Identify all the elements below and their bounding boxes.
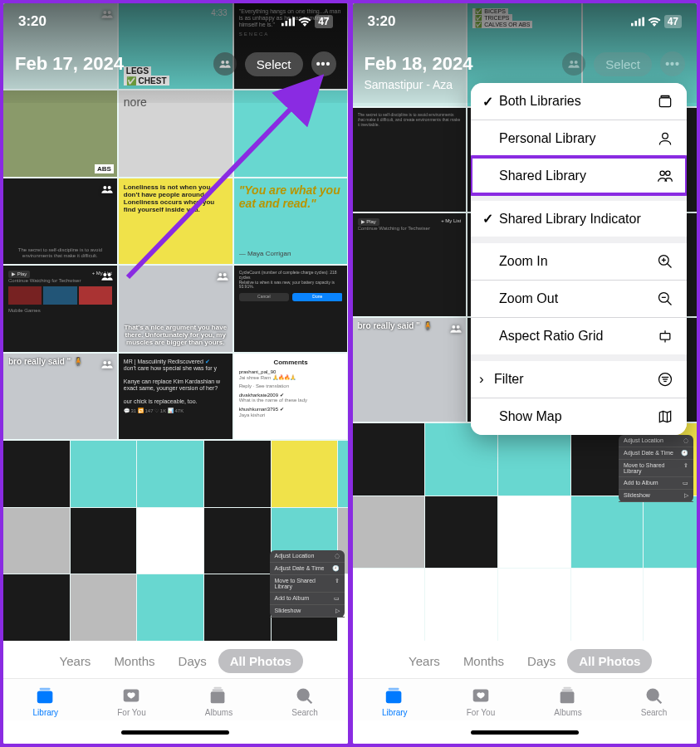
signal-icon <box>281 17 295 27</box>
more-button[interactable]: ••• <box>311 51 336 76</box>
svg-rect-43 <box>660 334 670 340</box>
svg-point-14 <box>223 273 226 276</box>
menu-aspect-ratio-grid[interactable]: Aspect Ratio Grid <box>471 317 687 354</box>
svg-rect-22 <box>214 687 222 689</box>
menu-show-map[interactable]: Show Map <box>471 398 687 435</box>
svg-point-60 <box>647 690 658 701</box>
map-icon <box>657 408 673 425</box>
status-bar: 3:20 47 <box>353 3 698 40</box>
svg-rect-28 <box>642 17 644 27</box>
library-icon <box>35 686 56 706</box>
segment-months[interactable]: Months <box>452 649 516 673</box>
svg-point-30 <box>575 61 578 64</box>
svg-rect-31 <box>659 98 670 107</box>
menu-shared-library[interactable]: Shared Library <box>471 157 687 194</box>
tab-library[interactable]: Library <box>382 686 408 717</box>
search-icon <box>294 686 316 706</box>
segment-control: Years Months Days All Photos <box>3 641 348 678</box>
menu-zoom-in[interactable]: Zoom In <box>471 243 687 280</box>
svg-point-10 <box>107 186 110 189</box>
header-location: Samastipur - Aza <box>365 78 453 91</box>
for-you-icon <box>470 686 492 706</box>
svg-rect-2 <box>289 18 291 26</box>
svg-rect-0 <box>281 23 284 27</box>
menu-personal-library[interactable]: Personal Library <box>471 120 687 157</box>
status-bar: 3:20 47 <box>3 3 348 40</box>
tab-library[interactable]: Library <box>33 686 59 717</box>
battery-level: 47 <box>315 15 332 28</box>
menu-shared-indicator-toggle[interactable]: ✓ Shared Library Indicator <box>471 201 687 237</box>
aspect-grid-icon <box>657 328 673 344</box>
status-time: 3:20 <box>18 13 47 30</box>
search-icon <box>644 686 665 706</box>
segment-days[interactable]: Days <box>167 649 218 673</box>
person-icon <box>657 130 673 147</box>
segment-years[interactable]: Years <box>48 649 103 673</box>
svg-rect-59 <box>563 687 570 689</box>
library-header: Feb 18, 2024 Select ••• <box>353 51 698 76</box>
segment-control: Years Months Days All Photos <box>353 641 698 678</box>
more-button[interactable]: ••• <box>660 51 685 76</box>
context-mini-menu[interactable]: Adjust Location◌ Adjust Date & Time🕘 Mov… <box>619 435 693 502</box>
tab-albums[interactable]: Albums <box>554 686 581 717</box>
svg-rect-55 <box>389 688 399 691</box>
segment-all-photos[interactable]: All Photos <box>567 649 652 673</box>
albums-icon <box>557 686 579 706</box>
svg-point-52 <box>453 325 456 329</box>
svg-point-53 <box>457 325 460 329</box>
header-date: Feb 17, 2024 <box>15 53 124 75</box>
svg-point-33 <box>663 133 668 139</box>
status-time: 3:20 <box>368 13 396 30</box>
tab-bar: Library For You Albums Search <box>3 678 348 720</box>
select-button[interactable]: Select <box>245 52 303 76</box>
menu-filter[interactable]: › Filter <box>471 361 687 398</box>
select-button[interactable]: Select <box>594 52 652 76</box>
svg-rect-32 <box>661 95 669 97</box>
segment-days[interactable]: Days <box>516 649 567 673</box>
checkmark-icon: ✓ <box>479 94 496 110</box>
shared-library-indicator-icon[interactable] <box>213 52 237 76</box>
svg-rect-17 <box>37 691 53 703</box>
segment-all-photos[interactable]: All Photos <box>218 649 303 673</box>
home-indicator[interactable] <box>3 720 348 744</box>
for-you-icon <box>120 686 142 706</box>
svg-point-34 <box>660 171 664 175</box>
tab-albums[interactable]: Albums <box>205 686 233 717</box>
library-header: Feb 17, 2024 Select ••• <box>3 51 348 76</box>
shared-library-indicator-icon[interactable] <box>562 52 585 76</box>
svg-line-37 <box>668 264 672 268</box>
svg-rect-1 <box>286 21 288 26</box>
battery-level: 47 <box>664 15 682 28</box>
svg-point-15 <box>103 361 106 364</box>
wifi-icon <box>648 17 661 27</box>
svg-point-9 <box>103 186 106 189</box>
svg-point-29 <box>570 61 574 64</box>
photo-stack-icon <box>657 93 673 110</box>
svg-rect-57 <box>560 691 575 703</box>
library-options-menu: ✓ Both Libraries Personal Library Shared… <box>471 83 687 435</box>
svg-rect-54 <box>386 691 402 703</box>
svg-point-16 <box>107 361 110 364</box>
svg-point-5 <box>225 61 228 64</box>
home-indicator[interactable] <box>353 720 698 744</box>
svg-rect-26 <box>634 21 637 26</box>
segment-years[interactable]: Years <box>397 649 452 673</box>
svg-rect-21 <box>213 690 223 691</box>
svg-point-13 <box>218 273 222 276</box>
tab-for-you[interactable]: For You <box>117 686 145 717</box>
tab-for-you[interactable]: For You <box>467 686 495 717</box>
signal-icon <box>631 17 644 27</box>
zoom-out-icon <box>657 290 673 307</box>
tab-search[interactable]: Search <box>291 686 318 717</box>
photo-grid[interactable]: LEGS✅ CHEST4:33 "Everything hangs on one… <box>3 3 348 641</box>
menu-both-libraries[interactable]: ✓ Both Libraries <box>471 83 687 120</box>
svg-rect-20 <box>211 691 225 703</box>
menu-zoom-out[interactable]: Zoom Out <box>471 280 687 317</box>
header-date: Feb 18, 2024 <box>365 53 473 75</box>
filter-icon <box>657 371 673 388</box>
tab-search[interactable]: Search <box>641 686 668 717</box>
segment-months[interactable]: Months <box>102 649 166 673</box>
svg-line-61 <box>656 699 661 704</box>
context-mini-menu[interactable]: Adjust Location◌ Adjust Date & Time🕘 Mov… <box>270 550 345 618</box>
library-icon <box>384 686 405 706</box>
